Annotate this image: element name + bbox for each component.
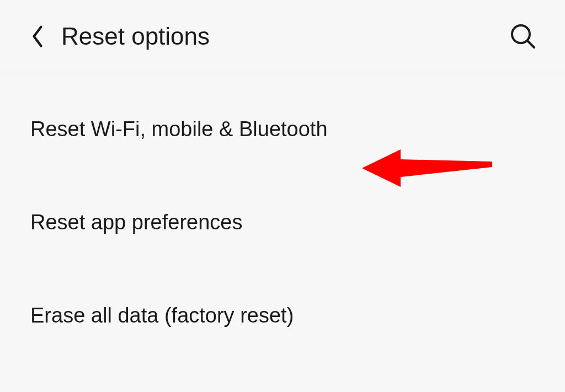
svg-line-1 — [527, 41, 534, 47]
back-icon[interactable] — [30, 24, 45, 49]
header-left: Reset options — [30, 23, 210, 50]
content: Reset Wi-Fi, mobile & Bluetooth Reset ap… — [0, 73, 565, 327]
page-title: Reset options — [61, 23, 210, 50]
option-reset-app-preferences[interactable]: Reset app preferences — [30, 211, 535, 234]
search-icon[interactable] — [509, 22, 537, 51]
option-erase-all-data[interactable]: Erase all data (factory reset) — [30, 304, 535, 327]
header: Reset options — [0, 0, 565, 73]
option-reset-wifi-mobile-bluetooth[interactable]: Reset Wi-Fi, mobile & Bluetooth — [30, 117, 535, 141]
